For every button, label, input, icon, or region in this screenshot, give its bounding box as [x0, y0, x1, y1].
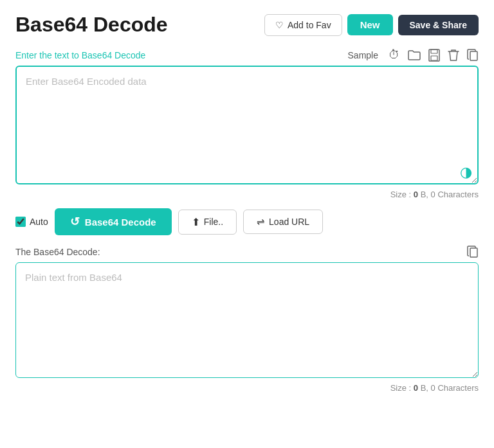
link-icon: ⇌: [257, 216, 265, 228]
refresh-icon: ↻: [70, 215, 80, 229]
output-wrapper: [15, 262, 479, 381]
page-title: Base64 Decode: [15, 13, 168, 37]
save-icon[interactable]: [428, 49, 440, 62]
header: Base64 Decode ♡ Add to Fav New Save & Sh…: [15, 13, 479, 37]
svg-rect-2: [431, 56, 437, 60]
trash-icon[interactable]: [448, 49, 459, 62]
copy-input-icon[interactable]: [467, 49, 479, 62]
copy-output-icon[interactable]: [467, 246, 479, 258]
output-size-info: Size : 0 B, 0 Characters: [15, 383, 479, 393]
folder-icon[interactable]: [408, 49, 421, 61]
history-icon[interactable]: ⏱: [389, 48, 400, 62]
file-button[interactable]: ⬆ File..: [178, 210, 237, 235]
svg-rect-3: [470, 51, 477, 60]
new-button[interactable]: New: [347, 14, 393, 35]
upload-icon: ⬆: [192, 216, 200, 228]
heart-icon: ♡: [275, 20, 284, 30]
toolbar-icons: Sample ⏱: [348, 48, 479, 62]
input-size-info: Size : 0 B, 0 Characters: [15, 190, 479, 199]
save-share-button[interactable]: Save & Share: [398, 15, 479, 35]
add-to-fav-button[interactable]: ♡ Add to Fav: [264, 14, 342, 36]
auto-checkbox[interactable]: [15, 217, 26, 227]
actions-row: Auto ↻ Base64 Decode ⬆ File.. ⇌ Load URL: [15, 208, 479, 235]
sample-label: Sample: [348, 50, 378, 60]
header-buttons: ♡ Add to Fav New Save & Share: [264, 14, 479, 36]
svg-rect-4: [470, 248, 477, 257]
spinner-icon: ◑: [460, 164, 472, 181]
input-label-row: Enter the text to Base64 Decode Sample ⏱: [15, 48, 479, 62]
input-label: Enter the text to Base64 Decode: [15, 50, 145, 60]
load-url-button[interactable]: ⇌ Load URL: [243, 210, 323, 234]
input-wrapper: ◑: [15, 66, 479, 187]
auto-checkbox-label[interactable]: Auto: [15, 217, 48, 227]
output-textarea[interactable]: [15, 262, 479, 378]
output-label: The Base64 Decode:: [15, 247, 100, 257]
svg-rect-1: [431, 49, 437, 53]
input-textarea[interactable]: [15, 66, 479, 184]
decode-button[interactable]: ↻ Base64 Decode: [55, 208, 172, 235]
output-label-row: The Base64 Decode:: [15, 246, 479, 258]
